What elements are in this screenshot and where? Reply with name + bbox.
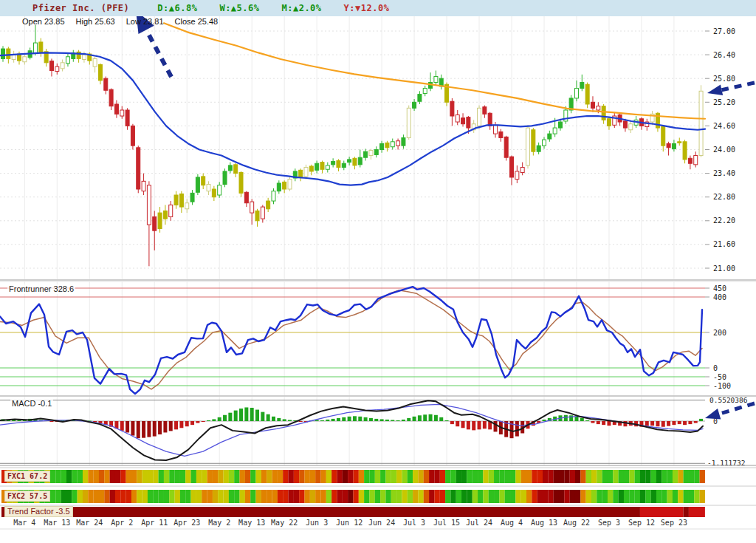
fxc2-cell [120, 490, 126, 503]
fxc1-cell [175, 470, 180, 483]
macd-histogram-bar [672, 421, 676, 425]
fxc1-cell [624, 470, 629, 483]
price-axis-label: 22.20 [713, 216, 735, 225]
fxc1-cell [483, 470, 488, 483]
candle [374, 150, 378, 155]
macd-histogram-bar [694, 421, 698, 423]
candle [543, 140, 546, 146]
candle [456, 115, 459, 122]
fxc1-cell [537, 470, 543, 483]
fxc2-cell [385, 490, 391, 503]
macd-histogram-bar [580, 418, 584, 421]
fxc2-cell [651, 490, 656, 503]
candle [109, 89, 113, 106]
fxc1-label: FXC1 67.2 [4, 471, 50, 482]
macd-histogram-bar [267, 414, 270, 421]
fxc1-cell [591, 470, 597, 483]
candle [597, 106, 600, 110]
candle [585, 84, 589, 104]
title-bar: Pfizer Inc. (PFE) D:▲6.8% W:▲5.6% M:▲2.0… [0, 0, 756, 16]
fxc2-cell [234, 490, 239, 503]
candle [532, 130, 535, 151]
candle [678, 142, 681, 143]
fxc1-cell [213, 470, 218, 483]
macd-histogram-bar [126, 421, 129, 432]
fxc1-cell [651, 470, 656, 483]
candle [434, 77, 438, 83]
candle [694, 156, 698, 165]
candle [272, 191, 275, 201]
candle [82, 55, 86, 59]
fxc1-cell [602, 470, 608, 483]
candle [304, 168, 308, 177]
fxc2-cell [229, 490, 234, 503]
trend-factor-label: Trend Factor -3.5 [4, 506, 73, 517]
macd-histogram-bar [358, 417, 362, 421]
fxc1-cell [320, 470, 326, 483]
fxc1-cell [673, 470, 678, 483]
fxc1-cell [505, 470, 510, 483]
macd-histogram-bar [380, 419, 384, 421]
fxc1-cell [375, 470, 380, 483]
date-label: Apr 11 [141, 519, 168, 527]
macd-histogram-bar [158, 421, 162, 434]
fxc1-cell [396, 470, 402, 483]
fxc2-cell [608, 490, 613, 503]
ohlc-readout: Open 23.85 High 25.63 Low 23.81 Close 25… [22, 17, 218, 26]
fxc2-cell [624, 490, 629, 503]
fxc1-cell [120, 470, 126, 483]
macd-histogram-bar [478, 421, 481, 429]
candle [520, 168, 524, 173]
macd-histogram-bar [169, 421, 173, 431]
candle [315, 163, 319, 170]
candle [163, 211, 167, 219]
fxc1-cell [256, 470, 261, 483]
macd-histogram-bar [207, 420, 210, 421]
fxc2-cell [131, 490, 137, 503]
fxc2-cell [94, 490, 99, 503]
fxc1-cell [283, 470, 288, 483]
macd-histogram-bar [699, 419, 703, 421]
fxc1-cell [597, 470, 602, 483]
fxc2-cell [472, 490, 478, 503]
fxc2-cell [380, 490, 385, 503]
chart-canvas[interactable]: Mar 4Mar 13Mar 24Apr 2Apr 11Apr 23May 2M… [0, 0, 756, 543]
fxc2-cell [445, 490, 450, 503]
fxc2-cell [418, 490, 423, 503]
price-axis-label: 27.00 [713, 27, 735, 35]
fxc1-cell [543, 470, 548, 483]
fxc2-cell [526, 490, 532, 503]
trend-factor-segment [640, 507, 684, 517]
candle [607, 119, 611, 126]
fxc1-cell [684, 470, 689, 483]
price-axis-label: 25.80 [713, 75, 735, 83]
fxc1-cell [94, 470, 99, 483]
candle [49, 61, 53, 71]
macd-signal-line [0, 404, 703, 456]
fxc1-cell [532, 470, 537, 483]
candle [212, 189, 216, 197]
candle [255, 211, 259, 220]
fxc2-cell [207, 490, 213, 503]
fxc1-cell [413, 470, 418, 483]
fxc2-cell [478, 490, 483, 503]
fxc1-cell [689, 470, 694, 483]
macd-histogram-bar [385, 420, 389, 421]
date-label: Sep 23 [661, 519, 687, 527]
macd-histogram-bar [607, 421, 611, 426]
fxc1-cell [640, 470, 645, 483]
macd-histogram-bar [402, 420, 405, 421]
fxc2-cell [196, 490, 202, 503]
fxc2-cell [283, 490, 288, 503]
date-label: Mar 13 [44, 519, 70, 527]
candle [364, 151, 368, 157]
price-axis-label: 21.00 [713, 264, 735, 273]
candle [207, 185, 210, 191]
fxc1-cell [131, 470, 137, 483]
fxc1-cell [99, 470, 104, 483]
fxc2-cell [689, 490, 694, 503]
candle [23, 57, 27, 62]
macd-histogram-bar [244, 407, 248, 421]
fxc1-cell [564, 470, 569, 483]
macd-axis-label: 0.5520386 [709, 396, 748, 404]
